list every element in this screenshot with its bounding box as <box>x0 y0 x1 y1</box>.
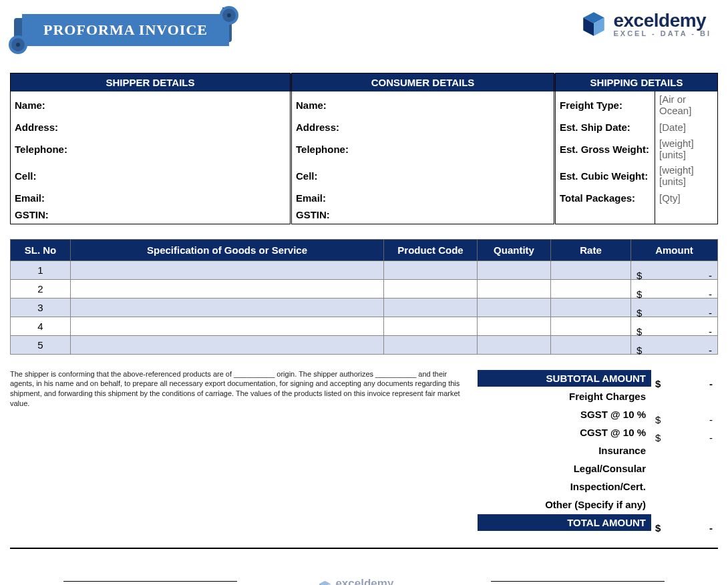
cell-slno: 1 <box>11 260 71 279</box>
shipper-heading: SHIPPER DETAILS <box>11 73 291 92</box>
page-title: PROFORMA INVOICE <box>22 14 229 46</box>
consumer-field-label: Cell: <box>291 162 555 189</box>
totals-line-label: CGST @ 10 % <box>478 427 651 438</box>
items-col-header: Specification of Goods or Service <box>71 239 384 260</box>
shipper-signature-label: Shipper's Signature <box>63 581 237 586</box>
items-col-header: SL. No <box>11 239 71 260</box>
cell-amount: $- <box>631 317 718 335</box>
cell-spec <box>71 317 384 335</box>
table-row: 3$- <box>11 298 718 317</box>
shipping-field-label: Freight Type: <box>555 91 655 118</box>
cell-qty <box>478 317 551 335</box>
cell-spec <box>71 298 384 317</box>
footer-brand: exceldemy EXCEL - DATA - BI <box>317 577 410 586</box>
shipping-field-label: Est. Gross Weight: <box>555 136 655 162</box>
cell-rate <box>551 335 631 354</box>
title-ribbon: PROFORMA INVOICE <box>10 10 244 57</box>
brand-logo: exceldemy EXCEL - DATA - BI <box>580 10 711 38</box>
consumer-heading: CONSUMER DETAILS <box>291 73 555 92</box>
items-col-header: Amount <box>631 239 718 260</box>
shipper-field-label: Address: <box>11 118 291 136</box>
totals-line-label: Inspection/Cert. <box>478 481 651 492</box>
cell-slno: 2 <box>11 279 71 298</box>
cell-amount: $- <box>631 335 718 354</box>
cell-spec <box>71 335 384 354</box>
consumer-field-label: Address: <box>291 118 555 136</box>
table-row: 1$- <box>11 260 718 279</box>
total-row: TOTAL AMOUNT $ - <box>478 514 718 532</box>
totals-line: Inspection/Cert. <box>478 477 718 496</box>
totals-line-label: Freight Charges <box>478 391 651 402</box>
cube-icon <box>317 580 332 586</box>
shipping-field-value: [Date] <box>655 118 718 136</box>
shipper-field-label: Telephone: <box>11 136 291 162</box>
cell-spec <box>71 279 384 298</box>
shipper-field-label: GSTIN: <box>11 206 291 224</box>
table-row: 2$- <box>11 279 718 298</box>
cell-rate <box>551 298 631 317</box>
cell-amount: $- <box>631 260 718 279</box>
cell-code <box>384 260 478 279</box>
cell-code <box>384 279 478 298</box>
cell-slno: 4 <box>11 317 71 335</box>
cell-qty <box>478 298 551 317</box>
consumer-signature-label: Consumer's Signature <box>491 581 665 586</box>
table-row: 5$- <box>11 335 718 354</box>
items-col-header: Product Code <box>384 239 478 260</box>
totals-line: Insurance <box>478 441 718 459</box>
cell-rate <box>551 260 631 279</box>
ribbon-scroll-icon <box>9 35 27 54</box>
shipping-field-label <box>555 206 655 224</box>
cell-code <box>384 335 478 354</box>
total-label: TOTAL AMOUNT <box>478 514 651 531</box>
items-col-header: Quantity <box>478 239 551 260</box>
totals-line: Legal/Consular <box>478 459 718 477</box>
shipping-heading: SHIPPING DETAILS <box>555 73 718 92</box>
totals-line: SGST @ 10 %$- <box>478 405 718 423</box>
consumer-field-label: Telephone: <box>291 136 555 162</box>
cube-icon <box>580 10 608 38</box>
totals-line: CGST @ 10 %$- <box>478 423 718 441</box>
shipping-field-value: [Qty] <box>655 189 718 206</box>
shipping-field-label: Est. Ship Date: <box>555 118 655 136</box>
shipping-field-label: Total Packages: <box>555 189 655 206</box>
cell-rate <box>551 317 631 335</box>
ribbon-scroll-icon <box>220 6 238 25</box>
cell-qty <box>478 279 551 298</box>
totals-line-label: Insurance <box>478 445 651 456</box>
totals-block: SUBTOTAL AMOUNT $ - Freight ChargesSGST … <box>478 369 718 532</box>
cell-amount: $- <box>631 298 718 317</box>
shipping-field-value: [weight] [units] <box>655 136 718 162</box>
cell-code <box>384 298 478 317</box>
consumer-field-label: GSTIN: <box>291 206 555 224</box>
consumer-field-label: Name: <box>291 91 555 118</box>
signature-area: Shipper's Signature exceldemy EXCEL - DA… <box>10 548 718 586</box>
shipping-field-value <box>655 206 718 224</box>
cell-amount: $- <box>631 279 718 298</box>
consumer-field-label: Email: <box>291 189 555 206</box>
cell-qty <box>478 260 551 279</box>
cell-rate <box>551 279 631 298</box>
totals-line: Other (Specify if any) <box>478 496 718 514</box>
cell-slno: 3 <box>11 298 71 317</box>
shipper-field-label: Cell: <box>11 162 291 189</box>
details-table: SHIPPER DETAILS CONSUMER DETAILS SHIPPIN… <box>10 73 718 224</box>
totals-line-label: Other (Specify if any) <box>478 499 651 510</box>
totals-line-label: SGST @ 10 % <box>478 409 651 420</box>
cell-slno: 5 <box>11 335 71 354</box>
subtotal-label: SUBTOTAL AMOUNT <box>478 370 651 387</box>
cell-spec <box>71 260 384 279</box>
totals-line-label: Legal/Consular <box>478 463 651 474</box>
shipper-field-label: Email: <box>11 189 291 206</box>
table-row: 4$- <box>11 317 718 335</box>
shipping-field-value: [Air or Ocean] <box>655 91 718 118</box>
brand-tagline: EXCEL - DATA - BI <box>613 30 711 37</box>
brand-name: exceldemy <box>613 11 711 30</box>
shipping-field-label: Est. Cubic Weight: <box>555 162 655 189</box>
shipping-field-value: [weight] [units] <box>655 162 718 189</box>
items-col-header: Rate <box>551 239 631 260</box>
cell-code <box>384 317 478 335</box>
totals-line: Freight Charges <box>478 387 718 405</box>
declaration-text: The shipper is conforming that the above… <box>10 369 478 532</box>
items-table: SL. NoSpecification of Goods or ServiceP… <box>10 239 718 355</box>
